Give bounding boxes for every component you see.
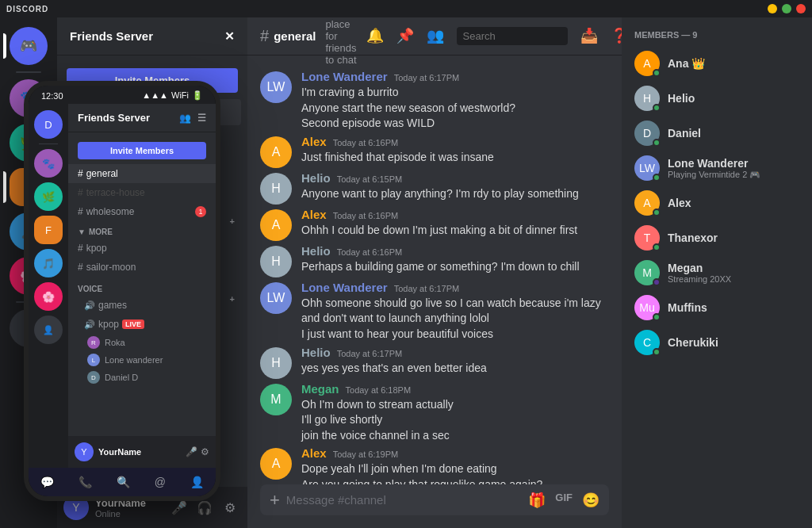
add-file-button[interactable]: + [270, 490, 280, 511]
minimize-button[interactable] [768, 4, 777, 13]
gif-icon[interactable]: GIF [555, 492, 573, 509]
phone-voice-user-daniel[interactable]: D Daniel D [68, 369, 216, 386]
phone-menu-icon[interactable]: ☰ [197, 113, 206, 124]
message-alex-3: A Alex Today at 6:19PM Dope yeah I'll jo… [247, 445, 622, 484]
gift-icon[interactable]: 🎁 [528, 492, 546, 509]
phone-status-right: ▲▲▲ WiFi 🔋 [142, 90, 203, 101]
message-text: Just finished that episode it was insane [301, 150, 609, 166]
phone-settings-button[interactable]: ⚙ [201, 446, 209, 457]
member-avatar: A [634, 190, 660, 216]
close-button[interactable] [796, 4, 806, 13]
message-content: Alex Today at 6:16PM Ohhh I could be dow… [301, 208, 609, 241]
message-time: Today at 6:16PM [337, 247, 403, 257]
phone-server-friends[interactable]: F [34, 216, 63, 244]
phone-channel-sailor-moon[interactable]: # sailor-moon [68, 258, 216, 277]
emoji-icon[interactable]: 😊 [582, 492, 599, 509]
member-item-thanexor[interactable]: T Thanexor [628, 220, 806, 255]
phone-more-label[interactable]: ▼ More [68, 221, 216, 239]
server-header[interactable]: Friends Server ✕ [57, 17, 247, 55]
phone-channel-general[interactable]: # general [68, 164, 216, 183]
messages-container: LW Lone Wanderer Today at 6:17PM I'm cra… [247, 55, 622, 484]
phone-nav-call[interactable]: 📞 [79, 476, 92, 488]
phone-voice-user-lone[interactable]: L Lone wanderer [68, 351, 216, 369]
phone-channel-terrace[interactable]: # terrace-house [68, 183, 216, 202]
members-icon[interactable]: 👥 [427, 27, 444, 45]
phone-channel-wholesome[interactable]: # wholesome 1 [68, 202, 216, 221]
member-item-cherukiki[interactable]: C Cherukiki [628, 325, 806, 360]
phone-server-6[interactable]: 👤 [34, 316, 63, 344]
phone-voice-kpop[interactable]: 🔊 kpop LIVE [75, 315, 209, 334]
phone-voice-user-roka[interactable]: R Roka [68, 334, 216, 351]
message-input-area: + 🎁 GIF 😊 [247, 484, 622, 528]
member-item-daniel[interactable]: D Daniel [628, 116, 806, 151]
phone-nav-mention[interactable]: @ [155, 476, 166, 488]
online-status-dot [653, 139, 661, 147]
message-content: Helio Today at 6:15PM Anyone want to pla… [301, 171, 609, 205]
phone-server-4[interactable]: 🎵 [34, 249, 63, 277]
settings-button[interactable]: ⚙ [219, 496, 241, 518]
help-icon[interactable]: ❓ [611, 27, 622, 45]
message-avatar: A [260, 136, 292, 168]
message-input[interactable] [286, 484, 522, 515]
message-text: I'm craving a burrito [301, 85, 609, 101]
phone-nav-search[interactable]: 🔍 [117, 476, 130, 488]
message-author: Lone Wanderer [301, 70, 388, 83]
message-text: Anyone start the new season of westworld… [301, 101, 609, 117]
phone-nav-chat[interactable]: 💬 [40, 476, 54, 488]
phone-nav-user[interactable]: 👤 [190, 476, 204, 488]
phone-channel-header[interactable]: Friends Server 👥 ☰ [68, 104, 216, 132]
online-status-dot [653, 313, 661, 321]
member-avatar: T [634, 225, 660, 251]
member-item-alex[interactable]: A Alex [628, 186, 806, 220]
member-avatar: H [634, 86, 660, 111]
app-container: 🎮 🐾 🌿 F 🎵 🌸 + Friends Server ✕ [0, 17, 812, 528]
speaker-icon: 🔊 [84, 319, 95, 330]
member-item-megan[interactable]: M Megan Streaming 20XX [628, 255, 806, 290]
hash-icon: # [78, 262, 83, 273]
message-text: Are you going to play that roguelike gam… [301, 477, 609, 484]
member-item-lone-wanderer[interactable]: LW Lone Wanderer Playing Vermintide 2 🎮 [628, 151, 806, 186]
member-avatar: A [634, 51, 660, 76]
pin-icon[interactable]: 📌 [396, 27, 414, 45]
message-author: Alex [301, 208, 327, 221]
phone-voice-label: VOICE [68, 277, 216, 296]
search-input[interactable] [457, 27, 568, 45]
message-time: Today at 6:15PM [337, 174, 403, 184]
server-home[interactable]: 🎮 [10, 27, 48, 65]
message-header: Helio Today at 6:17PM [301, 346, 609, 359]
inbox-icon[interactable]: 📥 [580, 27, 598, 45]
phone-server-2[interactable]: 🌿 [34, 182, 63, 211]
window-controls[interactable] [768, 4, 806, 13]
phone-channel-kpop[interactable]: # kpop [68, 239, 216, 258]
message-header: Alex Today at 6:16PM [301, 208, 609, 221]
online-status-dot [653, 209, 661, 216]
notification-icon[interactable]: 🔔 [366, 27, 384, 45]
discord-icon: 🎮 [20, 37, 37, 55]
member-item-helio[interactable]: H Helio [628, 81, 806, 116]
phone-channel-area: Friends Server 👥 ☰ Invite Members # gene… [68, 104, 216, 468]
message-avatar: H [260, 246, 292, 277]
message-alex-1: A Alex Today at 6:16PM Just finished tha… [247, 133, 622, 170]
phone-invite-section: Invite Members [68, 137, 216, 164]
member-item-ana[interactable]: A Ana 👑 [628, 46, 806, 81]
active-indicator-friends [3, 171, 6, 203]
member-item-muffins[interactable]: Mu Muffins [628, 290, 806, 325]
title-bar: DISCORD [0, 0, 812, 17]
hash-icon: # [78, 168, 83, 179]
message-text: Dope yeah I'll join when I'm done eating [301, 461, 609, 477]
phone-server-5[interactable]: 🌸 [34, 282, 63, 311]
phone-members-icon[interactable]: 👥 [179, 113, 191, 124]
message-text: Oh I'm down to stream actually [301, 397, 609, 413]
phone-mute-button[interactable]: 🎤 [186, 446, 197, 457]
app-title: DISCORD [6, 5, 48, 13]
message-alex-2: A Alex Today at 6:16PM Ohhh I could be d… [247, 206, 622, 243]
phone-voice-games[interactable]: 🔊 games [75, 296, 209, 315]
server-home-wrapper: 🎮 [10, 27, 48, 65]
phone-invite-button[interactable]: Invite Members [78, 142, 206, 159]
message-text: Ohh someone should go live so I can watc… [301, 296, 609, 327]
message-lone-2: LW Lone Wanderer Today at 6:17PM Ohh som… [247, 279, 622, 344]
maximize-button[interactable] [782, 4, 791, 13]
phone-server-1[interactable]: 🐾 [34, 149, 63, 178]
member-name: Muffins [668, 301, 799, 314]
phone-server-home[interactable]: D [34, 110, 63, 139]
